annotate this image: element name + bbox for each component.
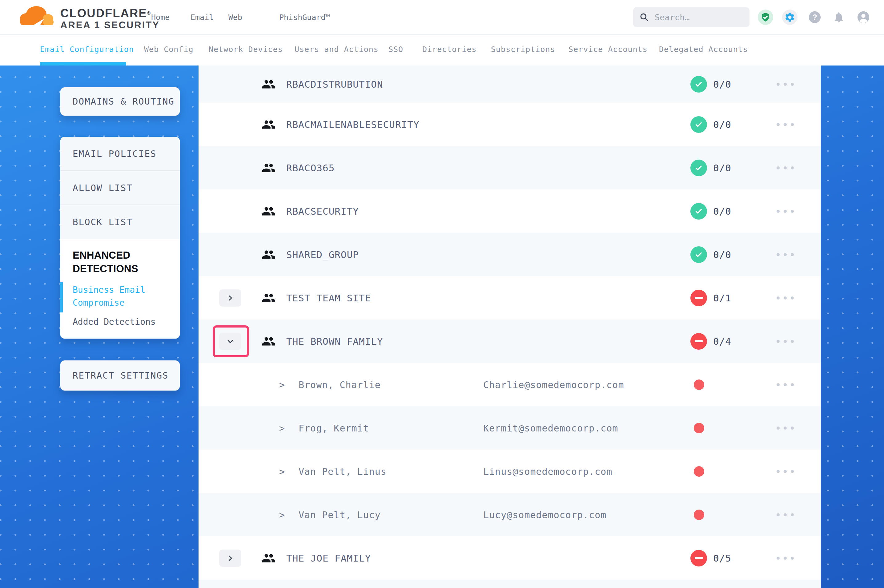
expand-group-button[interactable] [219, 290, 241, 307]
search-input[interactable] [654, 12, 735, 22]
sidebar-item-allow-list[interactable]: ALLOW LIST [60, 171, 180, 205]
group-people-icon [262, 248, 276, 262]
status-blocked-dot [694, 510, 704, 520]
group-name: RBACSECURITY [286, 206, 359, 217]
group-people-icon [262, 551, 276, 565]
row-actions-menu-button[interactable] [777, 340, 794, 343]
chevron-right-icon [226, 294, 234, 302]
group-name: THE BROWN FAMILY [286, 336, 383, 347]
top-bar: CLOUDFLARE® AREA 1 SECURITY HomeEmailWeb… [0, 0, 884, 35]
tab-service-accounts[interactable]: Service Accounts [568, 45, 648, 54]
row-actions-menu-button[interactable] [777, 166, 794, 170]
member-row[interactable]: >Frog, KermitKermit@somedemocorp.com [198, 406, 821, 450]
group-row[interactable]: THE JOE FAMILY0/5 [198, 536, 821, 580]
group-row[interactable]: THE BROWN FAMILY0/4 [198, 320, 821, 363]
member-email: Kermit@somedemocorp.com [483, 423, 618, 433]
group-row[interactable]: TEST TEAM SITE0/1 [198, 276, 821, 320]
tab-delegated-accounts[interactable]: Delegated Accounts [659, 45, 748, 54]
sidebar-item-block-list[interactable]: BLOCK LIST [60, 205, 180, 239]
member-chevron-right-icon[interactable]: > [279, 423, 285, 433]
svg-text:?: ? [812, 13, 817, 21]
member-chevron-right-icon[interactable]: > [279, 509, 285, 520]
row-actions-menu-button[interactable] [777, 297, 794, 300]
tab-users-and-actions[interactable]: Users and Actions [295, 45, 379, 54]
status-blocked-dot [694, 423, 704, 433]
member-name: Brown, Charlie [299, 379, 381, 390]
sidebar-email-policies-card: EMAIL POLICIESALLOW LISTBLOCK LIST ENHAN… [60, 137, 180, 339]
member-count: 0/0 [713, 119, 731, 130]
group-row[interactable]: SHARED_GROUP0/0 [198, 233, 821, 276]
group-name: RBACO365 [286, 162, 335, 174]
member-row[interactable]: >Van Pelt, LucyLucy@somedemocorp.com [198, 493, 821, 536]
row-actions-menu-button[interactable] [777, 556, 794, 560]
status-pass-icon [690, 160, 707, 176]
row-actions-menu-button[interactable] [777, 253, 794, 256]
user-avatar-icon[interactable] [856, 9, 871, 25]
member-email: Lucy@somedemocorp.com [483, 509, 606, 520]
groups-table: RBACDISTRUBUTION0/0RBACMAILENABLESECURIT… [198, 66, 821, 588]
sidebar-item-retract-settings[interactable]: RETRACT SETTINGS [60, 360, 180, 391]
collapse-group-button[interactable] [219, 333, 241, 350]
member-chevron-right-icon[interactable]: > [279, 379, 285, 390]
tab-directories[interactable]: Directories [422, 45, 477, 54]
sidebar-item-business-email-compromise[interactable]: Business Email Compromise [73, 284, 156, 309]
cloudflare-cloud-icon [17, 3, 56, 30]
member-row[interactable]: >Brown, CharlieCharlie@somedemocorp.com [198, 363, 821, 406]
page-canvas: DOMAINS & ROUTING EMAIL POLICIESALLOW LI… [0, 66, 884, 588]
nav-item-home[interactable]: Home [151, 13, 170, 22]
brand-title: CLOUDFLARE® [60, 8, 160, 19]
nav-item-phishguard[interactable]: PhishGuard™ [279, 13, 330, 22]
brand-text: CLOUDFLARE® AREA 1 SECURITY [60, 8, 160, 32]
status-blocked-icon [690, 333, 707, 350]
row-actions-menu-button[interactable] [777, 470, 794, 473]
member-name: Van Pelt, Linus [299, 466, 386, 477]
active-tab-underline [40, 62, 126, 66]
status-blocked-dot [694, 466, 704, 477]
status-pass-icon [690, 203, 707, 220]
status-pass-icon [690, 116, 707, 133]
tab-network-devices[interactable]: Network Devices [209, 45, 283, 54]
member-row[interactable]: >Van Pelt, LinusLinus@somedemocorp.com [198, 450, 821, 493]
row-actions-menu-button[interactable] [777, 83, 794, 86]
status-blocked-icon [690, 290, 707, 306]
help-icon[interactable]: ? [807, 9, 822, 25]
group-row[interactable]: RBACSECURITY0/0 [198, 189, 821, 233]
search-box[interactable] [633, 8, 750, 27]
row-actions-menu-button[interactable] [777, 426, 794, 430]
area1-security-app: CLOUDFLARE® AREA 1 SECURITY HomeEmailWeb… [0, 0, 884, 588]
member-name: Frog, Kermit [299, 423, 369, 433]
group-name: SHARED_GROUP [286, 249, 359, 260]
row-actions-menu-button[interactable] [777, 513, 794, 516]
group-name: RBACDISTRUBUTION [286, 79, 383, 90]
group-name: RBACMAILENABLESECURITY [286, 119, 419, 130]
group-row[interactable]: RBACO3650/0 [198, 146, 821, 189]
row-actions-menu-button[interactable] [777, 383, 794, 386]
tab-subscriptions[interactable]: Subscriptions [491, 45, 555, 54]
tab-sso[interactable]: SSO [388, 45, 403, 54]
tab-web-config[interactable]: Web Config [144, 45, 194, 54]
notifications-bell-icon[interactable] [831, 9, 846, 25]
enhanced-detections-section: ENHANCED DETECTIONS Business Email Compr… [60, 239, 180, 339]
sidebar-item-email-policies[interactable]: EMAIL POLICIES [60, 137, 180, 171]
nav-item-email[interactable]: Email [191, 13, 213, 22]
member-name: Van Pelt, Lucy [299, 509, 381, 520]
nav-item-web[interactable]: Web [229, 13, 242, 22]
sidebar-item-added-detections[interactable]: Added Detections [73, 317, 167, 327]
status-pass-icon [690, 76, 707, 93]
group-row[interactable]: RBACMAILENABLESECURITY0/0 [198, 103, 821, 146]
cloudflare-logo[interactable]: CLOUDFLARE® AREA 1 SECURITY [17, 3, 160, 32]
expand-group-button[interactable] [219, 549, 241, 567]
sidebar-item-domains-routing[interactable]: DOMAINS & ROUTING [60, 87, 180, 116]
group-row[interactable]: RBACDISTRUBUTION0/0 [198, 66, 821, 103]
group-people-icon [262, 204, 276, 218]
row-actions-menu-button[interactable] [777, 123, 794, 126]
status-blocked-dot [694, 380, 704, 390]
member-chevron-right-icon[interactable]: > [279, 466, 285, 477]
settings-gear-icon[interactable] [782, 9, 797, 25]
shield-check-icon[interactable] [758, 9, 773, 25]
row-actions-menu-button[interactable] [777, 210, 794, 213]
tab-email-configuration[interactable]: Email Configuration [40, 45, 134, 54]
bec-label: Business Email Compromise [73, 285, 145, 308]
registered-mark: ® [147, 10, 151, 16]
chevron-down-icon [226, 338, 234, 345]
